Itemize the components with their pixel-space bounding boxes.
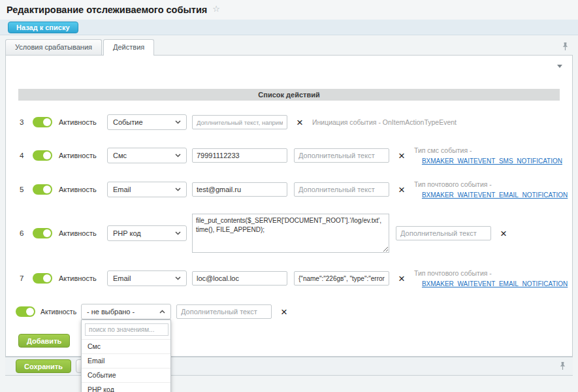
- activity-toggle[interactable]: [33, 117, 52, 127]
- action-type-select[interactable]: Email: [107, 182, 187, 197]
- note-link[interactable]: BXMAKER_WAITEVENT_EMAIL_NOTIFICATION: [422, 190, 568, 201]
- action-type-select[interactable]: Смс: [107, 148, 187, 163]
- toolbar: Назад к списку: [0, 20, 578, 35]
- activity-toggle[interactable]: [33, 273, 52, 284]
- php-code-textarea[interactable]: [192, 214, 389, 253]
- tab-actions[interactable]: Действия: [103, 39, 154, 56]
- activity-toggle[interactable]: [33, 228, 52, 238]
- note-text: Тип смс события -: [414, 145, 562, 155]
- delete-icon[interactable]: ×: [500, 228, 507, 239]
- select-value: PHP код: [113, 229, 141, 237]
- toggle-knob: [43, 118, 51, 126]
- row-number: 6: [20, 229, 33, 237]
- chevron-down-icon: [175, 276, 181, 280]
- row-number: 7: [20, 274, 33, 282]
- toggle-knob: [43, 229, 51, 237]
- pin-icon-bottom[interactable]: [559, 361, 566, 370]
- page-title: Редактирование отслеживаемого события: [7, 5, 207, 15]
- delete-icon[interactable]: ×: [398, 150, 405, 161]
- activity-label: Активность: [40, 308, 78, 316]
- type-dropdown-panel: Смс Email Событие PHP код: [81, 319, 171, 392]
- chevron-up-icon: [159, 310, 165, 314]
- chevron-down-icon: [175, 120, 181, 124]
- extra-text-input[interactable]: [176, 304, 272, 319]
- delete-icon[interactable]: ×: [297, 117, 303, 128]
- add-button[interactable]: Добавить: [18, 334, 70, 348]
- delete-icon[interactable]: ×: [398, 184, 405, 195]
- activity-label: Активность: [59, 118, 99, 126]
- row-note: Инициация события - OnItemActionTypeEven…: [312, 117, 457, 127]
- select-value: Событие: [113, 118, 143, 126]
- note-link[interactable]: BXMAKER_WAITEVENT_SMS_NOTIFICATION: [422, 156, 562, 167]
- collapse-chevron-icon[interactable]: [557, 65, 562, 68]
- activity-toggle[interactable]: [33, 184, 52, 195]
- activity-label: Активность: [59, 274, 99, 282]
- toggle-knob: [43, 152, 51, 159]
- tabs: Условия срабатывания Действия: [5, 39, 154, 56]
- dropdown-option-event[interactable]: Событие: [82, 368, 170, 382]
- note-text: Инициация события - OnItemActionTypeEven…: [312, 118, 457, 126]
- dropdown-option-email[interactable]: Email: [82, 353, 170, 368]
- page-header: Редактирование отслеживаемого события☆: [0, 0, 578, 20]
- toggle-knob: [43, 274, 51, 282]
- note-text: Тип почтового события -: [414, 179, 568, 189]
- activity-toggle[interactable]: [16, 306, 35, 317]
- extra-text-input[interactable]: [294, 148, 389, 163]
- action-type-select[interactable]: Email: [107, 270, 187, 286]
- new-action-row: Активность - не выбрано - ×: [16, 304, 287, 319]
- extra-text-input[interactable]: [294, 271, 389, 286]
- tab-conditions[interactable]: Условия срабатывания: [5, 39, 102, 55]
- row-number: 4: [20, 152, 33, 159]
- page: Редактирование отслеживаемого события☆ Н…: [0, 0, 578, 392]
- activity-label: Активность: [59, 152, 99, 159]
- dropdown-option-sms[interactable]: Смс: [82, 339, 170, 353]
- chevron-down-icon: [175, 231, 181, 235]
- action-row-6: 6 Активность PHP код ×: [20, 213, 507, 253]
- action-type-select[interactable]: Событие: [107, 114, 187, 130]
- dropdown-search-input[interactable]: [85, 323, 169, 336]
- action-type-select-open[interactable]: - не выбрано -: [81, 304, 171, 319]
- row-number: 3: [20, 118, 33, 126]
- row-note: Тип почтового события - BXMAKER_WAITEVEN…: [414, 268, 568, 289]
- extra-text-input[interactable]: [192, 115, 287, 129]
- row-note: Тип смс события - BXMAKER_WAITEVENT_SMS_…: [414, 145, 562, 167]
- action-row-7: 7 Активность Email × Тип почтового событ…: [20, 270, 568, 286]
- value-input[interactable]: [192, 148, 287, 163]
- favorite-star-icon[interactable]: ☆: [212, 4, 220, 14]
- value-input[interactable]: [192, 271, 287, 286]
- select-value: Email: [113, 274, 131, 282]
- action-row-4: 4 Активность Смс × Тип смс события - BXM…: [20, 148, 562, 163]
- dropdown-option-php[interactable]: PHP код: [82, 382, 170, 392]
- action-row-5: 5 Активность Email × Тип почтового событ…: [20, 182, 568, 197]
- back-to-list-button[interactable]: Назад к списку: [8, 22, 78, 33]
- action-type-select[interactable]: PHP код: [107, 225, 187, 241]
- chevron-down-icon: [175, 188, 181, 191]
- extra-text-input[interactable]: [396, 226, 491, 240]
- select-value: Смс: [113, 152, 127, 159]
- actions-list-header: Список действий: [18, 89, 560, 101]
- activity-label: Активность: [59, 229, 99, 237]
- row-number: 5: [20, 186, 33, 193]
- toggle-knob: [26, 308, 34, 316]
- save-button[interactable]: Сохранить: [16, 359, 71, 373]
- select-value: Email: [113, 186, 131, 193]
- activity-toggle[interactable]: [33, 150, 52, 161]
- note-link[interactable]: BXMAKER_WAITEVENT_EMAIL_NOTIFICATION: [422, 279, 568, 289]
- action-row-3: 3 Активность Событие × Инициация события…: [20, 114, 457, 130]
- value-input[interactable]: [192, 182, 287, 197]
- delete-icon[interactable]: ×: [281, 306, 287, 318]
- extra-text-input[interactable]: [294, 182, 389, 197]
- toggle-knob: [43, 186, 51, 193]
- pin-icon-top[interactable]: [562, 42, 569, 51]
- select-value: - не выбрано -: [87, 308, 135, 316]
- chevron-down-icon: [175, 154, 181, 157]
- delete-icon[interactable]: ×: [398, 273, 405, 284]
- activity-label: Активность: [59, 186, 99, 193]
- row-note: Тип почтового события - BXMAKER_WAITEVEN…: [414, 179, 568, 201]
- note-text: Тип почтового события -: [414, 268, 568, 278]
